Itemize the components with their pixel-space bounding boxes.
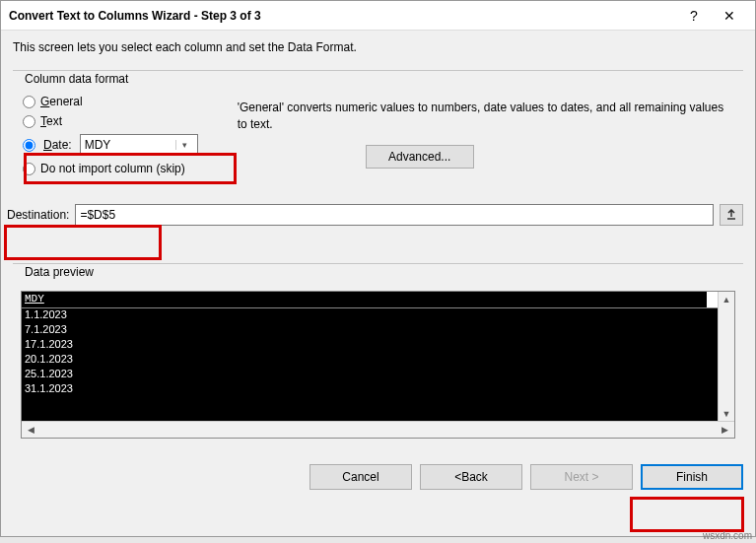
- preview-legend: Data preview: [21, 265, 98, 279]
- destination-row: Destination:: [7, 204, 743, 226]
- wizard-dialog: Convert Text to Columns Wizard - Step 3 …: [0, 0, 756, 537]
- format-description-column: 'General' converts numeric values to num…: [238, 88, 735, 178]
- advanced-button[interactable]: Advanced...: [366, 145, 474, 169]
- preview-row: 1.1.2023: [25, 308, 731, 323]
- destination-input[interactable]: [75, 204, 714, 226]
- scroll-up-icon[interactable]: ▲: [720, 292, 734, 306]
- date-format-value: MDY: [85, 138, 111, 152]
- radio-date[interactable]: Date: MDY ▾: [21, 131, 198, 159]
- radio-text-input[interactable]: [23, 115, 35, 128]
- collapse-dialog-button[interactable]: [720, 204, 743, 226]
- button-row: Cancel < Back Next > Finish: [13, 464, 743, 490]
- preview-row: 25.1.2023: [25, 368, 731, 382]
- format-legend: Column data format: [21, 72, 132, 86]
- date-format-combo[interactable]: MDY ▾: [80, 134, 198, 156]
- radio-general[interactable]: General: [21, 92, 198, 111]
- preview-column-header[interactable]: MDY: [22, 292, 707, 307]
- dialog-body: This screen lets you select each column …: [1, 31, 755, 502]
- data-preview-section: Data preview MDY 1.1.2023 7.1.2023 17.1.…: [13, 255, 743, 446]
- preview-row: 17.1.2023: [25, 338, 731, 353]
- radio-date-input[interactable]: [23, 139, 35, 152]
- instruction-text: This screen lets you select each column …: [13, 40, 743, 54]
- radio-text-label: Text: [40, 114, 62, 128]
- scroll-right-icon[interactable]: ▶: [718, 423, 732, 438]
- finish-button[interactable]: Finish: [641, 464, 743, 490]
- radio-text[interactable]: Text: [21, 111, 198, 131]
- help-button[interactable]: ?: [676, 2, 712, 30]
- cancel-button[interactable]: Cancel: [309, 464, 412, 490]
- preview-horizontal-scrollbar[interactable]: ◀ ▶: [22, 421, 734, 438]
- radio-skip[interactable]: Do not import column (skip): [21, 159, 198, 178]
- titlebar: Convert Text to Columns Wizard - Step 3 …: [1, 1, 755, 31]
- chevron-down-icon: ▾: [175, 140, 193, 150]
- preview-row: 31.1.2023: [25, 382, 731, 397]
- preview-row: 20.1.2023: [25, 353, 731, 368]
- scroll-down-icon[interactable]: ▼: [720, 406, 734, 421]
- back-button[interactable]: < Back: [420, 464, 522, 490]
- format-description: 'General' converts numeric values to num…: [238, 100, 725, 133]
- radio-date-label: Date:: [43, 138, 72, 152]
- next-button: Next >: [530, 464, 633, 490]
- preview-vertical-scrollbar[interactable]: ▲ ▼: [718, 292, 734, 421]
- watermark: wsxdn.com: [703, 530, 752, 541]
- radio-skip-input[interactable]: [23, 163, 35, 175]
- destination-label: Destination:: [7, 208, 69, 222]
- collapse-icon: [725, 209, 737, 221]
- preview-header-row[interactable]: MDY: [22, 292, 734, 308]
- preview-box: MDY 1.1.2023 7.1.2023 17.1.2023 20.1.202…: [21, 291, 735, 439]
- close-button[interactable]: ✕: [712, 2, 747, 30]
- column-format-fieldset: Column data format General Text Date:: [13, 62, 743, 186]
- dialog-title: Convert Text to Columns Wizard - Step 3 …: [9, 9, 676, 23]
- radio-general-label: General: [40, 95, 83, 108]
- radio-general-input[interactable]: [23, 96, 35, 108]
- preview-row: 7.1.2023: [25, 323, 731, 338]
- format-radio-group: General Text Date: MDY ▾: [21, 88, 198, 178]
- radio-skip-label: Do not import column (skip): [40, 162, 185, 175]
- preview-content: 1.1.2023 7.1.2023 17.1.2023 20.1.2023 25…: [22, 308, 734, 421]
- scroll-left-icon[interactable]: ◀: [24, 423, 38, 438]
